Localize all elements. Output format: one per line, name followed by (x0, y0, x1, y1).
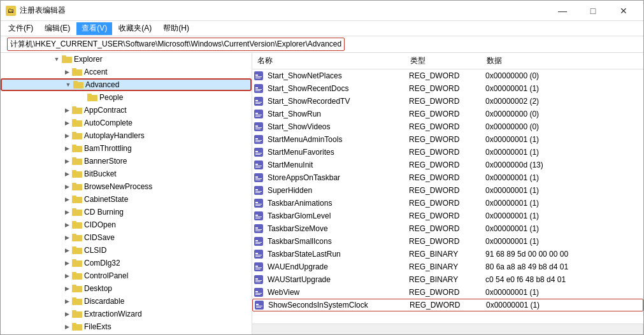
reg-value-icon (254, 211, 265, 221)
menu-edit[interactable]: 编辑(E) (39, 22, 75, 35)
table-row[interactable]: WAUEndUpgrade REG_BINARY 80 6a a8 a8 49 … (252, 260, 643, 273)
row-type-r2: REG_DWORD (406, 84, 483, 93)
menu-favorites[interactable]: 收藏夹(A) (113, 22, 157, 35)
folder-icon-advanced (73, 80, 83, 90)
tree-label-cidsave: CIDSave (84, 233, 115, 242)
tree-item-browsernewprocess[interactable]: ▶ BrowseNewProcess (1, 180, 252, 193)
svg-rect-9 (72, 106, 76, 109)
svg-rect-23 (72, 196, 76, 198)
folder-icon-extractionwizard (72, 309, 82, 319)
row-name-r5: Start_ShowVideos (265, 122, 406, 131)
table-row[interactable]: Start_ShowRecentDocs REG_DWORD 0x0000000… (252, 82, 643, 95)
reg-value-icon (254, 274, 265, 285)
tree-item-bannerstore[interactable]: ▶ BannerStore (1, 155, 252, 168)
tree-item-cidsave[interactable]: ▶ CIDSave (1, 231, 252, 244)
tree-label-cabinetstate: CabinetState (84, 195, 128, 204)
tree-item-discardable[interactable]: ▶ Discardable (1, 295, 252, 308)
tree-item-fileexts[interactable]: ▶ FileExts (1, 320, 252, 333)
row-type-r19: REG_DWORD (407, 301, 483, 310)
menu-file[interactable]: 文件(F) (3, 22, 38, 35)
tree-item-advanced[interactable]: ▼ Advanced (1, 78, 252, 91)
table-row-highlighted[interactable]: ShowSecondsInSystemClock REG_DWORD 0x000… (252, 299, 643, 311)
svg-rect-53 (255, 100, 258, 101)
folder-icon-controlpanel (72, 271, 82, 281)
svg-rect-31 (72, 246, 76, 249)
row-name-r7: StartMenuFavorites (265, 148, 406, 157)
svg-rect-45 (255, 75, 258, 76)
address-path[interactable]: 计算机\HKEY_CURRENT_USER\Software\Microsoft… (7, 38, 345, 51)
tree-item-cabinetstate[interactable]: ▶ CabinetState (1, 193, 252, 206)
tree-item-bamthrottling[interactable]: ▶ BamThrottling (1, 142, 252, 155)
tree-item-autoplayhandlers[interactable]: ▶ AutoplayHandlers (1, 129, 252, 142)
reg-value-icon (254, 173, 265, 183)
tree-label-explorer: Explorer (74, 55, 103, 64)
row-data-r15: 91 68 89 5d 00 00 00 00 (483, 250, 642, 259)
tree-item-bitbucket[interactable]: ▶ BitBucket (1, 168, 252, 180)
table-row[interactable]: StoreAppsOnTaskbar REG_DWORD 0x00000001 … (252, 171, 643, 184)
reg-value-icon (254, 147, 265, 157)
svg-rect-105 (255, 266, 258, 267)
table-row[interactable]: Start_ShowRecordedTV REG_DWORD 0x0000000… (252, 95, 643, 108)
col-header-name[interactable]: 名称 (252, 54, 405, 68)
menu-help[interactable]: 帮助(H) (158, 22, 194, 35)
tree-label-fileexts: FileExts (84, 322, 111, 331)
table-row[interactable]: Start_ShowVideos REG_DWORD 0x00000000 (0… (252, 120, 643, 133)
tree-item-cdburning[interactable]: ▶ CD Burning (1, 206, 252, 218)
tree-label-controlpanel: ControlPanel (84, 271, 128, 280)
horizontal-scrollbar[interactable] (252, 324, 643, 334)
row-data-r5: 0x00000000 (0) (483, 122, 642, 131)
maximize-button[interactable]: □ (578, 1, 608, 21)
close-button[interactable]: ✕ (609, 1, 638, 21)
title-bar: 🗂 注册表编辑器 — □ ✕ (1, 1, 643, 21)
expand-icon-controlpanel: ▶ (62, 269, 72, 282)
table-row[interactable]: StartMenuAdminTools REG_DWORD 0x00000001… (252, 133, 643, 146)
expand-icon-desktop: ▶ (62, 282, 72, 295)
table-row[interactable]: TaskbarGlomLevel REG_DWORD 0x00000001 (1… (252, 210, 643, 222)
tree-item-clsid[interactable]: ▶ CLSID (1, 244, 252, 257)
tree-item-controlpanel[interactable]: ▶ ControlPanel (1, 269, 252, 282)
row-type-r5: REG_DWORD (406, 122, 483, 131)
tree-item-autocomplete[interactable]: ▶ AutoComplete (1, 117, 252, 129)
tree-item-extractionwizard[interactable]: ▶ ExtractionWizard (1, 308, 252, 320)
svg-rect-61 (255, 125, 258, 127)
table-row[interactable]: TaskbarStateLastRun REG_BINARY 91 68 89 … (252, 248, 643, 260)
folder-icon-bitbucket (72, 169, 82, 179)
svg-rect-3 (72, 68, 76, 71)
tree-item-explorer[interactable]: ▼ Explorer (1, 53, 252, 66)
tree-item-desktop[interactable]: ▶ Desktop (1, 282, 252, 295)
table-row[interactable]: TaskbarSizeMove REG_DWORD 0x00000001 (1) (252, 222, 643, 235)
svg-rect-85 (255, 202, 258, 203)
table-row[interactable]: WAUStartUpgrade REG_BINARY c0 54 e0 f6 4… (252, 273, 643, 286)
svg-rect-81 (255, 189, 258, 190)
table-row[interactable]: SuperHidden REG_DWORD 0x00000001 (1) (252, 184, 643, 197)
row-data-r3: 0x00000002 (2) (483, 97, 642, 106)
tree-label-discardable: Discardable (84, 297, 124, 306)
table-row[interactable]: TaskbarSmallIcons REG_DWORD 0x00000001 (… (252, 235, 643, 248)
tree-item-accent[interactable]: ▶ Accent (1, 66, 252, 78)
col-header-data[interactable]: 数据 (482, 54, 643, 68)
row-data-r6: 0x00000001 (1) (483, 135, 642, 144)
tree-item-comdlg32[interactable]: ▶ ComDlg32 (1, 257, 252, 269)
tree-item-cidopen[interactable]: ▶ CIDOpen (1, 218, 252, 231)
col-header-type[interactable]: 类型 (405, 54, 482, 68)
menu-view[interactable]: 查看(V) (76, 22, 112, 35)
reg-value-icon (254, 109, 265, 119)
scrollbar-track[interactable] (252, 324, 643, 334)
svg-rect-29 (72, 234, 76, 236)
table-row[interactable]: StartMenuFavorites REG_DWORD 0x00000001 … (252, 146, 643, 159)
column-headers: 名称 类型 数据 (252, 53, 643, 69)
minimize-button[interactable]: — (548, 1, 577, 21)
tree-item-appcontract[interactable]: ▶ AppContract (1, 104, 252, 117)
table-row[interactable]: TaskbarAnimations REG_DWORD 0x00000001 (… (252, 197, 643, 210)
folder-icon-desktop (72, 283, 82, 294)
svg-rect-67 (255, 141, 261, 142)
expand-icon-bamthrottling: ▶ (62, 142, 72, 155)
table-row[interactable]: Start_ShowNetPlaces REG_DWORD 0x00000000… (252, 69, 643, 82)
row-data-r13: 0x00000001 (1) (483, 224, 642, 233)
table-row[interactable]: Start_ShowRun REG_DWORD 0x00000000 (0) (252, 108, 643, 120)
svg-rect-62 (255, 127, 262, 128)
table-row[interactable]: WebView REG_DWORD 0x00000001 (1) (252, 286, 643, 299)
tree-item-people[interactable]: People (1, 91, 252, 104)
expand-icon-cidsave: ▶ (62, 231, 72, 244)
table-row[interactable]: StartMenuInit REG_DWORD 0x0000000d (13) (252, 159, 643, 171)
